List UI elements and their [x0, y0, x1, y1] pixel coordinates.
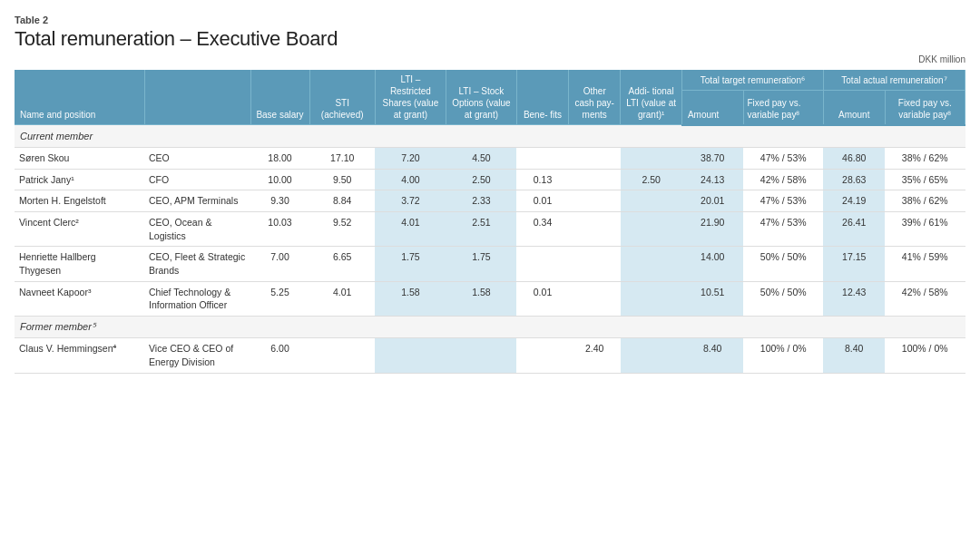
table-row: Vincent Clerc²CEO, Ocean & Logistics10.0…	[15, 211, 965, 246]
data-cell: 1.58	[375, 281, 446, 316]
data-cell: 38% / 62%	[885, 190, 965, 212]
header-lti-options: LTI – Stock Options (value at grant)	[446, 70, 516, 125]
header-total-target-amount: Amount	[681, 91, 743, 125]
data-cell	[309, 338, 375, 373]
table-row: Henriette Hallberg ThygesenCEO, Fleet & …	[15, 247, 965, 281]
data-cell: 38% / 62%	[885, 147, 965, 169]
person-name: Vincent Clerc²	[15, 211, 144, 246]
data-cell	[621, 338, 682, 373]
header-additional-lti: Addi- tional LTI (value at grant)¹	[621, 70, 682, 125]
data-cell: 20.01	[681, 190, 743, 212]
header-total-target-fixed: Fixed pay vs. variable pay⁸	[743, 91, 823, 125]
data-cell	[621, 281, 682, 316]
table-row: Claus V. Hemmingsen⁴Vice CEO & CEO of En…	[15, 338, 965, 373]
data-cell: 4.50	[446, 147, 516, 169]
data-cell: 8.84	[309, 190, 375, 212]
data-cell: 4.00	[375, 169, 446, 190]
data-cell: 2.51	[446, 211, 516, 246]
data-cell: 21.90	[681, 211, 743, 246]
data-cell	[516, 338, 568, 373]
data-cell: 2.50	[621, 169, 682, 190]
header-other-cash: Other cash pay- ments	[569, 70, 621, 125]
data-cell	[621, 247, 682, 281]
data-cell: 6.00	[250, 338, 309, 373]
data-cell: 6.65	[309, 247, 375, 281]
data-cell: 0.01	[516, 281, 568, 316]
person-position: CEO, Fleet & Strategic Brands	[144, 247, 250, 281]
data-cell: 10.00	[250, 169, 309, 190]
data-cell: 24.13	[681, 169, 743, 190]
data-cell: 4.01	[375, 211, 446, 246]
data-cell: 47% / 53%	[743, 147, 823, 169]
section-header-row: Current member	[15, 125, 965, 148]
person-name: Patrick Jany¹	[15, 169, 144, 190]
remuneration-table: Name and position Base salary STI (achie…	[15, 70, 965, 374]
data-cell	[569, 169, 621, 190]
data-cell: 3.72	[375, 190, 446, 212]
person-name: Henriette Hallberg Thygesen	[15, 247, 144, 281]
data-cell	[621, 211, 682, 246]
data-cell	[569, 281, 621, 316]
data-cell: 8.40	[681, 338, 743, 373]
currency-note: DKK million	[15, 54, 965, 64]
person-name: Søren Skou	[15, 147, 144, 169]
data-cell	[569, 247, 621, 281]
table-row: Søren SkouCEO18.0017.107.204.5038.7047% …	[15, 147, 965, 169]
header-total-target-group: Total target remuneration⁶	[681, 70, 823, 91]
data-cell	[621, 147, 682, 169]
person-position: CEO	[144, 147, 250, 169]
data-cell: 9.52	[309, 211, 375, 246]
section-header-row: Former member⁵	[15, 317, 965, 338]
header-base-salary: Base salary	[250, 70, 309, 125]
data-cell: 0.13	[516, 169, 568, 190]
table-row: Morten H. EngelstoftCEO, APM Terminals9.…	[15, 190, 965, 212]
data-cell	[621, 190, 682, 212]
data-cell: 41% / 59%	[885, 247, 965, 281]
header-name: Name and position	[15, 70, 144, 125]
data-cell: 2.40	[569, 338, 621, 373]
data-cell: 5.25	[250, 281, 309, 316]
data-cell: 1.75	[375, 247, 446, 281]
data-cell: 9.50	[309, 169, 375, 190]
person-position: Chief Technology & Information Officer	[144, 281, 250, 316]
data-cell: 2.33	[446, 190, 516, 212]
data-cell: 50% / 50%	[743, 247, 823, 281]
data-cell	[516, 247, 568, 281]
data-cell: 100% / 0%	[885, 338, 965, 373]
header-benefits: Bene- fits	[516, 70, 568, 125]
data-cell: 26.41	[823, 211, 885, 246]
person-name: Navneet Kapoor³	[15, 281, 144, 316]
data-cell: 7.00	[250, 247, 309, 281]
data-cell	[569, 190, 621, 212]
data-cell	[375, 338, 446, 373]
data-cell: 0.01	[516, 190, 568, 212]
header-total-actual-amount: Amount	[823, 91, 885, 125]
person-name: Claus V. Hemmingsen⁴	[15, 338, 144, 373]
data-cell: 42% / 58%	[743, 169, 823, 190]
data-cell: 2.50	[446, 169, 516, 190]
data-cell: 24.19	[823, 190, 885, 212]
data-cell: 0.34	[516, 211, 568, 246]
data-cell: 46.80	[823, 147, 885, 169]
header-total-actual-fixed: Fixed pay vs. variable pay⁸	[885, 91, 965, 125]
data-cell: 4.01	[309, 281, 375, 316]
data-cell: 38.70	[681, 147, 743, 169]
data-cell: 35% / 65%	[885, 169, 965, 190]
data-cell: 10.03	[250, 211, 309, 246]
data-cell: 17.10	[309, 147, 375, 169]
data-cell: 50% / 50%	[743, 281, 823, 316]
data-cell	[446, 338, 516, 373]
table-label: Table 2	[15, 15, 965, 25]
table-row: Navneet Kapoor³Chief Technology & Inform…	[15, 281, 965, 316]
data-cell: 42% / 58%	[885, 281, 965, 316]
person-name: Morten H. Engelstoft	[15, 190, 144, 212]
data-cell	[569, 211, 621, 246]
data-cell: 7.20	[375, 147, 446, 169]
person-position: Vice CEO & CEO of Energy Division	[144, 338, 250, 373]
data-cell: 18.00	[250, 147, 309, 169]
person-position: CEO, APM Terminals	[144, 190, 250, 212]
data-cell: 47% / 53%	[743, 211, 823, 246]
header-position	[144, 70, 250, 125]
data-cell: 47% / 53%	[743, 190, 823, 212]
data-cell: 1.75	[446, 247, 516, 281]
